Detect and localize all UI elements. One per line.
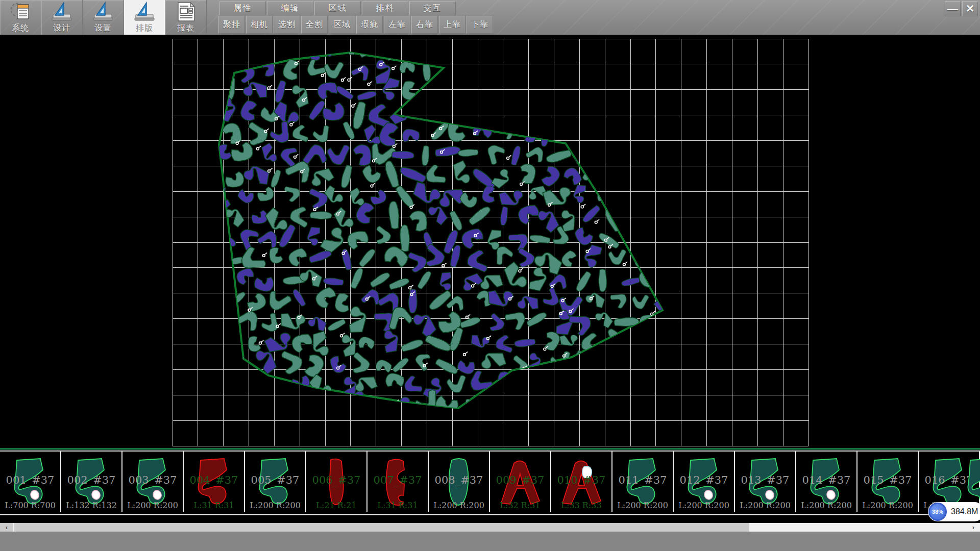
menu-4[interactable]: 交互 — [409, 1, 456, 15]
scrollbar-thumb[interactable] — [14, 523, 749, 532]
bottom-status-strip — [0, 532, 980, 551]
part-name-label: 005_#37 — [245, 474, 305, 486]
part-thumbnail-001_#37[interactable]: 001_#37L:700 R:700 — [0, 452, 61, 512]
memory-usage-badge[interactable]: 38% 384.8M — [928, 502, 980, 521]
tool-3[interactable]: 全割 — [301, 16, 328, 34]
scroll-left-arrow-icon[interactable]: ‹ — [0, 523, 13, 532]
part-thumbnail-009_#37[interactable]: 009_#37L:32 R:31 — [490, 452, 551, 512]
tool-7[interactable]: 右靠 — [411, 16, 438, 34]
window-controls: — ✕ — [945, 1, 978, 16]
part-name-label: 002_#37 — [61, 474, 121, 486]
part-name-label: 015_#37 — [857, 474, 918, 486]
part-shape-teal — [957, 455, 980, 510]
app-window: { "toolbar": { "apps": [ {"label":"系统","… — [0, 0, 980, 551]
part-lr-count-label: L:200 R:200 — [674, 500, 734, 510]
app-tab-system[interactable]: 系统 — [0, 0, 41, 35]
part-name-label: 014_#37 — [796, 474, 856, 486]
scroll-right-arrow-icon[interactable]: › — [967, 523, 980, 532]
part-thumbnail-003_#37[interactable]: 003_#37L:200 R:200 — [122, 452, 184, 512]
tool-1[interactable]: 相机 — [246, 16, 273, 34]
part-thumbnail-014_#37[interactable]: 014_#37L:200 R:200 — [796, 452, 857, 512]
part-lr-count-label: L:31 R:31 — [184, 500, 244, 510]
system-gear-icon — [9, 1, 32, 22]
part-thumbnail-012_#37[interactable]: 012_#37L:200 R:200 — [674, 452, 735, 512]
part-thumbnail-007_#37[interactable]: 007_#37L:31 R:31 — [368, 452, 429, 512]
menu-row-tools: 聚排相机选割全割区域瑕疵左靠右靠上靠下靠 — [218, 16, 493, 34]
app-tab-settings[interactable]: 设置 — [83, 0, 124, 35]
part-lr-count-label: L:132 R:132 — [61, 500, 121, 510]
tool-0[interactable]: 聚排 — [218, 16, 245, 34]
part-lr-count-label: L:31 R:31 — [368, 500, 428, 510]
part-thumbnail-002_#37[interactable]: 002_#37L:132 R:132 — [61, 452, 122, 512]
menu-3[interactable]: 排料 — [362, 1, 408, 15]
memory-size-label: 384.8M — [947, 507, 980, 516]
part-lr-count-label: L:33 R:33 — [551, 500, 611, 510]
memory-percent-indicator: 38% — [928, 503, 947, 521]
part-name-label: 013_#37 — [735, 474, 795, 486]
main-toolbar: 系统设计设置排版报表 属性编辑区域排料交互 聚排相机选割全割区域瑕疵左靠右靠上靠… — [0, 0, 980, 35]
nesting-ruler-icon — [133, 1, 156, 22]
part-lr-count-label: L:200 R:200 — [735, 500, 795, 510]
app-tab-nesting[interactable]: 排版 — [124, 0, 165, 35]
part-name-label: 001_#37 — [0, 474, 60, 486]
part-lr-count-label: L:700 R:700 — [0, 500, 60, 510]
tool-6[interactable]: 左靠 — [384, 16, 410, 34]
part-name-label: 004_#37 — [184, 474, 244, 486]
tool-4[interactable]: 区域 — [329, 16, 355, 34]
part-lr-count-label: L:21 R:21 — [306, 500, 366, 510]
app-tab-report[interactable]: 报表 — [165, 0, 207, 35]
part-lr-count-label: L:200 R:200 — [245, 500, 305, 510]
tool-2[interactable]: 选割 — [274, 16, 300, 34]
tool-8[interactable]: 上靠 — [439, 16, 465, 34]
part-name-label: 012_#37 — [674, 474, 734, 486]
nesting-canvas[interactable] — [0, 35, 980, 448]
part-lr-count-label: L:200 R:200 — [857, 500, 918, 510]
part-name-label: 007_#37 — [368, 474, 428, 486]
minimize-button[interactable]: — — [945, 1, 961, 16]
menu-2[interactable]: 区域 — [314, 1, 361, 15]
menu-row-top: 属性编辑区域排料交互 — [219, 1, 456, 15]
app-mode-bar: 系统设计设置排版报表 — [0, 0, 207, 35]
part-name-label: 003_#37 — [122, 474, 183, 486]
part-thumbnail-010_#37[interactable]: 010_#37L:33 R:33 — [551, 452, 612, 512]
report-icon — [174, 1, 198, 22]
app-tab-label: 设置 — [94, 22, 112, 34]
parts-thumbnail-strip: 001_#37L:700 R:700002_#37L:132 R:132003_… — [0, 450, 980, 515]
part-lr-count-label: L:32 R:31 — [490, 500, 550, 510]
part-thumbnail-005_#37[interactable]: 005_#37L:200 R:200 — [245, 452, 306, 512]
tool-9[interactable]: 下靠 — [467, 16, 493, 34]
strip-separator-line — [0, 448, 980, 449]
part-thumbnail-008_#37[interactable]: 008_#37L:200 R:200 — [429, 452, 490, 512]
app-tab-label: 排版 — [136, 22, 153, 34]
part-thumbnail-013_#37[interactable]: 013_#37L:200 R:200 — [735, 452, 796, 512]
part-name-label: 010_#37 — [551, 474, 611, 486]
part-thumbnail-006_#37[interactable]: 006_#37L:21 R:21 — [306, 452, 368, 512]
menu-area: 属性编辑区域排料交互 聚排相机选割全割区域瑕疵左靠右靠上靠下靠 — [218, 0, 780, 35]
part-thumbnail-011_#37[interactable]: 011_#37L:200 R:200 — [612, 452, 674, 512]
part-name-label: 006_#37 — [306, 474, 366, 486]
menu-1[interactable]: 编辑 — [267, 1, 313, 15]
tool-5[interactable]: 瑕疵 — [356, 16, 383, 34]
app-tab-label: 报表 — [177, 22, 194, 34]
nest-drawing — [0, 35, 980, 448]
part-lr-count-label: L:200 R:200 — [612, 500, 673, 510]
design-ruler-icon — [50, 1, 74, 22]
part-name-label: 008_#37 — [429, 474, 489, 486]
part-name-label: 009_#37 — [490, 474, 550, 486]
part-lr-count-label: L:200 R:200 — [429, 500, 489, 510]
part-lr-count-label: L:200 R:200 — [796, 500, 856, 510]
part-thumbnail-004_#37[interactable]: 004_#37L:31 R:31 — [184, 452, 245, 512]
menu-0[interactable]: 属性 — [219, 1, 266, 15]
part-thumbnail-015_#37[interactable]: 015_#37L:200 R:200 — [857, 452, 919, 512]
notebook-glyph — [17, 5, 29, 19]
app-tab-design[interactable]: 设计 — [41, 0, 83, 35]
app-tab-label: 设计 — [53, 22, 70, 34]
part-lr-count-label: L:200 R:200 — [122, 500, 183, 510]
settings-ruler-icon — [91, 1, 115, 22]
horizontal-scrollbar[interactable]: ‹ › — [0, 523, 980, 532]
nested-pieces-layer — [195, 35, 688, 422]
app-tab-label: 系统 — [12, 22, 29, 34]
part-name-label: 011_#37 — [612, 474, 673, 486]
close-button[interactable]: ✕ — [962, 1, 978, 16]
